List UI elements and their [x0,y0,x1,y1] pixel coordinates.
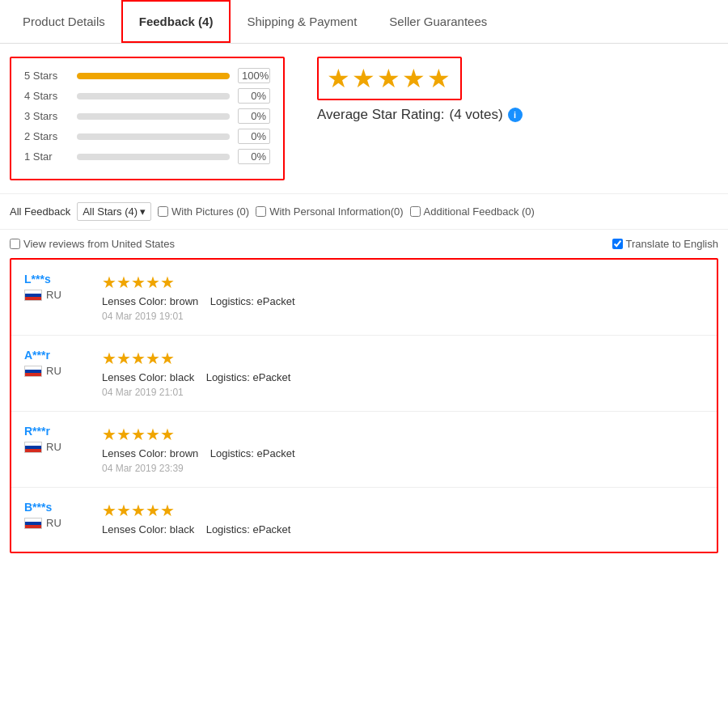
review-body-0: ★★★★★ Lenses Color: brown Logistics: ePa… [102,273,704,322]
reviewer-name-0: L***s [24,273,89,286]
review-header-0: L***s RU ★★★★★ Lenses Color: brown Logis… [24,273,704,322]
logistics-value-0: ePacket [257,295,295,307]
star-bar-bg-4 [77,93,230,99]
reviewer-name-1: A***r [24,349,89,362]
star-row-5: 5 Stars 100% [24,68,270,83]
with-pictures-label: With Pictures (0) [171,205,249,218]
reviews-list: L***s RU ★★★★★ Lenses Color: brown Logis… [10,258,718,553]
tab-product-details[interactable]: Product Details [6,0,121,43]
lenses-value-1: black [170,371,194,383]
review-body-3: ★★★★★ Lenses Color: black Logistics: ePa… [102,501,704,539]
review-item-0: L***s RU ★★★★★ Lenses Color: brown Logis… [11,260,717,336]
lenses-value-3: black [170,523,194,535]
tab-bar: Product Details Feedback (4) Shipping & … [0,0,728,44]
flag-icon-0 [24,290,42,301]
additional-filter[interactable]: Additional Feedback (0) [410,205,535,218]
tab-seller[interactable]: Seller Guarantees [373,0,503,43]
star-pct-2: 0% [238,129,270,144]
view-reviews-right: Translate to English [612,238,718,250]
logistics-value-2: ePacket [257,447,295,459]
additional-label: Additional Feedback (0) [424,205,535,218]
star-row-4: 4 Stars 0% [24,88,270,104]
flag-icon-3 [24,518,42,529]
stars-breakdown: 5 Stars 100% 4 Stars 0% 3 Stars 0% 2 Sta… [10,57,285,180]
with-personal-filter[interactable]: With Personal Information(0) [256,205,403,218]
star-label-1: 1 Star [24,150,69,163]
reviewer-country-2: RU [24,441,89,453]
reviewer-info-3: B***s RU [24,501,89,529]
star-label-3: 3 Stars [24,110,69,122]
with-pictures-filter[interactable]: With Pictures (0) [158,205,249,218]
view-reviews-left: View reviews from United States [10,238,175,250]
star-label-4: 4 Stars [24,90,69,102]
lenses-value-0: brown [170,295,198,307]
star-bar-bg-2 [77,133,230,140]
star-bar-bg-5 [77,73,230,79]
flag-icon-1 [24,366,42,377]
view-reviews-us-filter[interactable]: View reviews from United States [10,238,175,250]
star-pct-1: 0% [238,149,270,164]
logistics-label-1: Logistics: [206,371,250,383]
review-body-1: ★★★★★ Lenses Color: black Logistics: ePa… [102,349,704,398]
review-stars-0: ★★★★★ [102,273,704,292]
rating-section: 5 Stars 100% 4 Stars 0% 3 Stars 0% 2 Sta… [0,44,728,193]
review-date-0: 04 Mar 2019 19:01 [102,311,704,322]
star-row-1: 1 Star 0% [24,149,270,164]
with-personal-checkbox[interactable] [256,206,266,217]
translate-label: Translate to English [626,238,718,250]
lenses-label-0: Lenses Color: [102,295,167,307]
with-pictures-checkbox[interactable] [158,206,168,217]
with-personal-label: With Personal Information(0) [269,205,403,218]
review-item-3: B***s RU ★★★★★ Lenses Color: black Logis… [11,488,717,552]
review-item-2: R***r RU ★★★★★ Lenses Color: brown Logis… [11,412,717,488]
review-header-1: A***r RU ★★★★★ Lenses Color: black Logis… [24,349,704,398]
star-pct-5: 100% [238,68,270,83]
all-stars-label: All Stars (4) [83,205,138,218]
review-body-2: ★★★★★ Lenses Color: brown Logistics: ePa… [102,425,704,474]
view-reviews-checkbox[interactable] [10,239,20,249]
all-feedback-btn[interactable]: All Feedback [10,205,70,218]
reviewer-country-0: RU [24,289,89,301]
review-stars-2: ★★★★★ [102,425,704,444]
review-details-2: Lenses Color: brown Logistics: ePacket [102,447,704,459]
all-stars-dropdown[interactable]: All Stars (4) ▾ [77,202,151,221]
country-code-3: RU [46,517,61,529]
country-code-2: RU [46,441,61,453]
logistics-label-0: Logistics: [210,295,254,307]
reviewer-name-3: B***s [24,501,89,514]
translate-filter[interactable]: Translate to English [612,238,718,250]
view-reviews-row: View reviews from United States Translat… [0,230,728,258]
lenses-label-1: Lenses Color: [102,371,167,383]
flag-icon-2 [24,442,42,453]
star-row-2: 2 Stars 0% [24,129,270,144]
translate-checkbox[interactable] [612,239,623,249]
review-details-0: Lenses Color: brown Logistics: ePacket [102,295,704,307]
review-item-1: A***r RU ★★★★★ Lenses Color: black Logis… [11,336,717,412]
reviewer-info-1: A***r RU [24,349,89,377]
info-icon[interactable]: i [508,108,523,122]
reviewer-info-0: L***s RU [24,273,89,301]
country-code-1: RU [46,365,61,377]
review-date-2: 04 Mar 2019 23:39 [102,463,704,474]
review-header-3: B***s RU ★★★★★ Lenses Color: black Logis… [24,501,704,539]
reviewer-name-2: R***r [24,425,89,438]
review-header-2: R***r RU ★★★★★ Lenses Color: brown Logis… [24,425,704,474]
review-date-1: 04 Mar 2019 21:01 [102,387,704,398]
dropdown-chevron-icon: ▾ [140,205,146,218]
country-code-0: RU [46,289,61,301]
lenses-label-2: Lenses Color: [102,447,167,459]
star-row-3: 3 Stars 0% [24,108,270,124]
reviewer-info-2: R***r RU [24,425,89,453]
review-stars-1: ★★★★★ [102,349,704,368]
review-details-1: Lenses Color: black Logistics: ePacket [102,371,704,383]
star-label-2: 2 Stars [24,130,69,142]
view-reviews-label: View reviews from United States [23,238,175,250]
additional-checkbox[interactable] [410,206,421,217]
tab-feedback[interactable]: Feedback (4) [121,0,231,43]
big-stars: ★★★★★ [327,64,452,93]
star-pct-3: 0% [238,108,270,124]
star-label-5: 5 Stars [24,70,69,82]
logistics-label-2: Logistics: [210,447,254,459]
tab-shipping[interactable]: Shipping & Payment [231,0,373,43]
avg-label: Average Star Rating: [317,107,445,123]
